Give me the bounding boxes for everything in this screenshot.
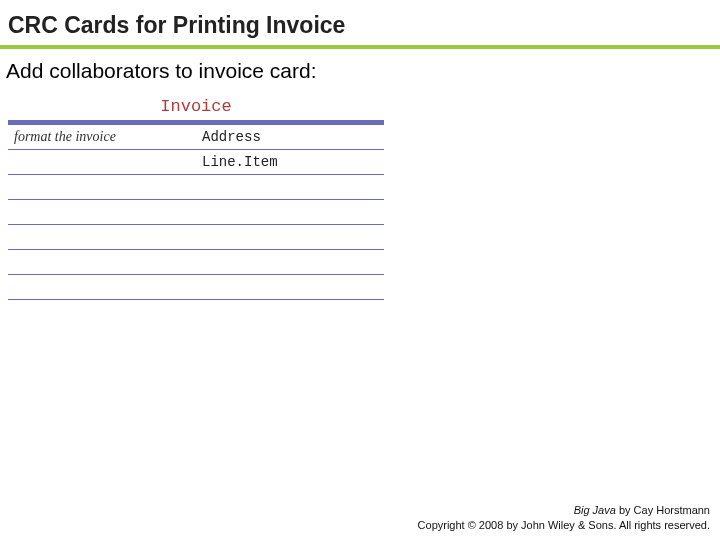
crc-responsibility-row [8, 275, 196, 300]
crc-collaborator-text: Line.Item [202, 154, 278, 170]
footer-copyright: Copyright © 2008 by John Wiley & Sons. A… [418, 518, 710, 532]
crc-card-classname: Invoice [8, 95, 384, 121]
crc-collaborator-row [196, 225, 384, 250]
crc-card: Invoice format the invoice Address Line.… [8, 95, 384, 300]
crc-collaborator-row [196, 250, 384, 275]
crc-collaborator-row: Address [196, 125, 384, 150]
crc-responsibility-row [8, 200, 196, 225]
crc-collaborator-row [196, 200, 384, 225]
footer-line1: Big Java by Cay Horstmann [418, 503, 710, 517]
crc-card-body: format the invoice Address Line.Item [8, 125, 384, 300]
crc-collaborator-row [196, 175, 384, 200]
footer-author: by Cay Horstmann [616, 504, 710, 516]
crc-responsibility-row [8, 225, 196, 250]
crc-responsibility-text: format the invoice [14, 129, 116, 145]
crc-responsibility-row: format the invoice [8, 125, 196, 150]
crc-responsibilities-column: format the invoice [8, 125, 196, 300]
subtitle: Add collaborators to invoice card: [0, 49, 720, 95]
crc-collaborators-column: Address Line.Item [196, 125, 384, 300]
crc-collaborator-text: Address [202, 129, 261, 145]
slide: CRC Cards for Printing Invoice Add colla… [0, 0, 720, 540]
crc-collaborator-row: Line.Item [196, 150, 384, 175]
footer: Big Java by Cay Horstmann Copyright © 20… [418, 503, 710, 532]
crc-collaborator-row [196, 275, 384, 300]
crc-responsibility-row [8, 175, 196, 200]
footer-book-title: Big Java [574, 504, 616, 516]
crc-responsibility-row [8, 150, 196, 175]
page-title: CRC Cards for Printing Invoice [0, 0, 720, 43]
crc-responsibility-row [8, 250, 196, 275]
